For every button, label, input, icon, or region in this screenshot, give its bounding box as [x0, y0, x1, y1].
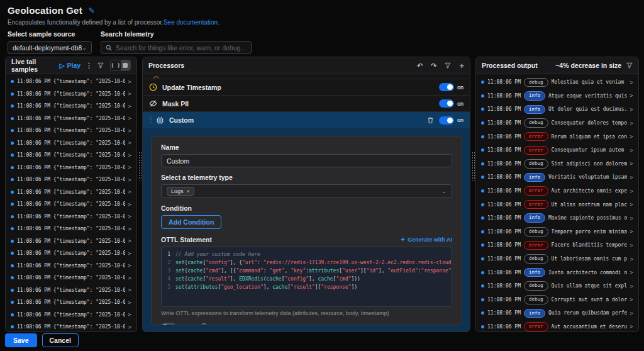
chevron-right-icon: >: [630, 310, 633, 316]
processed-output-row[interactable]: 11:08:06 PM info Iusto architecto commod…: [476, 265, 638, 279]
toggle-switch[interactable]: [439, 83, 454, 91]
toggle-switch[interactable]: [439, 99, 454, 108]
live-tail-row[interactable]: 11:08:06 PM {"timestamp": "2025-10-03… >: [6, 211, 136, 223]
processed-output-row[interactable]: 11:08:06 PM error Rerum aliquam et ipsa …: [476, 130, 638, 143]
chevron-right-icon: >: [128, 201, 131, 208]
processed-output-row[interactable]: 11:08:06 PM debug Sint adipisci non dolo…: [476, 157, 638, 171]
chevron-right-icon: >: [128, 311, 131, 318]
processed-output-row[interactable]: 11:08:06 PM info Ut dolor quia est ducim…: [476, 103, 638, 116]
live-tail-row[interactable]: 11:08:06 PM {"timestamp": "2025-10-03… >: [6, 198, 136, 211]
live-tail-row[interactable]: 11:08:06 PM {"timestamp": "2025-10-03… >: [6, 162, 136, 174]
severity-dot: [11, 240, 14, 243]
processed-output-row[interactable]: 11:08:06 PM info Quia rerum quibusdam pe…: [476, 306, 638, 320]
processed-output-row[interactable]: 11:08:06 PM info Veritatis voluptatum ip…: [476, 170, 638, 184]
chevron-right-icon: >: [630, 79, 633, 86]
severity-badge: debug: [524, 281, 548, 291]
live-tail-row[interactable]: 11:08:06 PM {"timestamp": "2025-10-03… >: [6, 223, 136, 235]
processed-output-row[interactable]: 11:08:06 PM debug Ut laboriosam omnis cu…: [476, 252, 638, 266]
processed-output-row[interactable]: 11:08:06 PM error Consequuntur ipsum aut…: [476, 143, 638, 157]
chevron-right-icon: >: [128, 128, 131, 134]
chevron-right-icon: >: [630, 92, 633, 99]
add-processor-icon[interactable]: +: [459, 62, 464, 70]
kebab-menu-icon[interactable]: ⋮: [86, 62, 92, 69]
processor-row-update-timestamp[interactable]: Update Timestamp on: [143, 79, 470, 96]
final-toggle[interactable]: [161, 323, 176, 325]
live-tail-panel: Live tail samples ▷ Play ⋮ ( ) 11:08:06 …: [5, 57, 137, 332]
table-view-toggle[interactable]: [121, 60, 130, 70]
sparkle-icon: ✦: [401, 237, 406, 243]
live-tail-row[interactable]: 11:08:06 PM {"timestamp": "2025-10-03… >: [6, 88, 136, 101]
pipeline-editor: Geolocation Get ✎ Encapsulates functiona…: [0, 0, 644, 351]
live-tail-row[interactable]: 11:08:06 PM {"timestamp": "2025-10-03… >: [6, 149, 136, 162]
ottl-code-editor[interactable]: 1// Add your custom code here2set(cache[…: [161, 247, 452, 307]
processor-row-custom[interactable]: Custom on: [143, 112, 470, 128]
edit-title-icon[interactable]: ✎: [89, 6, 95, 15]
chevron-right-icon: >: [128, 164, 131, 170]
chevron-down-icon: ⌄: [82, 45, 87, 51]
subtitle-text: Encapsulates functionality defined by a …: [8, 19, 164, 26]
severity-badge: info: [524, 309, 545, 318]
sample-source-select[interactable]: default-deployment-db8 ⌄: [8, 41, 92, 54]
live-tail-row[interactable]: 11:08:06 PM {"timestamp": "2025-10-03… >: [6, 113, 136, 125]
live-tail-row[interactable]: 11:08:06 PM {"timestamp": "2025-10-03… >: [6, 296, 136, 309]
processed-output-row[interactable]: 11:08:06 PM info Atque eaque veritatis q…: [476, 89, 638, 103]
live-tail-row[interactable]: 11:08:06 PM {"timestamp": "2025-10-03… >: [6, 309, 136, 321]
delete-processor-icon[interactable]: [427, 116, 434, 124]
panel-resize-handle-left[interactable]: [138, 152, 142, 181]
severity-dot: [481, 176, 484, 179]
play-button[interactable]: ▷ Play: [59, 62, 80, 69]
processed-output-row[interactable]: 11:08:06 PM debug Molestiae quia et veni…: [476, 75, 638, 89]
chevron-right-icon: >: [630, 256, 633, 262]
chip-remove-icon[interactable]: ×: [187, 188, 190, 194]
code-view-toggle[interactable]: ( ): [111, 60, 120, 70]
see-documentation-link[interactable]: See documentation.: [164, 19, 219, 26]
drag-handle[interactable]: [149, 116, 152, 124]
processor-row-mask-pii[interactable]: Mask PII on: [143, 96, 470, 112]
processed-output-row[interactable]: 11:08:06 PM debug Consequatur dolores te…: [476, 116, 638, 130]
severity-dot: [11, 203, 14, 206]
live-tail-row[interactable]: 11:08:06 PM {"timestamp": "2025-10-03… >: [6, 284, 136, 297]
toggle-label: on: [457, 117, 464, 123]
processed-output-row[interactable]: 11:08:06 PM debug Tempore porro enim min…: [476, 225, 638, 239]
redo-icon[interactable]: ↷: [431, 62, 436, 69]
severity-dot: [481, 257, 484, 260]
cancel-button[interactable]: Cancel: [42, 333, 79, 347]
processed-output-row[interactable]: 11:08:06 PM debug Quis ullam atque sit e…: [476, 279, 638, 293]
processed-output-row[interactable]: 11:08:06 PM error Aut architecto omnis e…: [476, 184, 638, 198]
toggle-switch[interactable]: [439, 116, 454, 125]
live-tail-row[interactable]: 11:08:06 PM {"timestamp": "2025-10-03… >: [6, 137, 136, 150]
name-input[interactable]: [161, 154, 452, 167]
processed-output-row[interactable]: 11:08:06 PM error Aut accusantium et des…: [476, 320, 638, 332]
telemetry-type-select[interactable]: Logs × ⌄: [161, 184, 452, 198]
generate-with-ai-button[interactable]: ✦Generate with AI: [401, 237, 452, 243]
severity-badge: info: [524, 213, 545, 223]
chevron-right-icon: >: [128, 103, 131, 109]
undo-icon[interactable]: ↶: [417, 62, 423, 69]
panel-resize-handle-right[interactable]: [472, 152, 475, 181]
processed-output-row[interactable]: 11:08:06 PM error Ut alias nostrum nam p…: [476, 198, 638, 211]
save-button[interactable]: Save: [5, 333, 37, 347]
live-tail-row[interactable]: 11:08:06 PM {"timestamp": "2025-10-03… >: [6, 260, 136, 272]
processor-row-partial[interactable]: [143, 74, 470, 79]
processed-output-row[interactable]: 11:08:06 PM info Maxime sapiente possimu…: [476, 211, 638, 225]
add-condition-button[interactable]: Add Condition: [161, 215, 221, 229]
live-tail-row[interactable]: 11:08:06 PM {"timestamp": "2025-10-03… >: [6, 125, 136, 137]
processed-output-row[interactable]: 11:08:06 PM debug Corrupti aut sunt a do…: [476, 293, 638, 307]
search-input[interactable]: [116, 44, 247, 52]
live-tail-header: Live tail samples ▷ Play ⋮ ( ): [6, 57, 136, 74]
filter-icon[interactable]: [97, 62, 104, 69]
live-tail-row[interactable]: 11:08:06 PM {"timestamp": "2025-10-03… >: [6, 321, 136, 332]
live-tail-row[interactable]: 11:08:06 PM {"timestamp": "2025-10-03… >: [6, 272, 136, 284]
severity-dot: [11, 80, 14, 83]
live-tail-row[interactable]: 11:08:06 PM {"timestamp": "2025-10-03… >: [6, 235, 136, 248]
processed-output-row[interactable]: 11:08:06 PM error Facere blanditiis temp…: [476, 238, 638, 252]
live-tail-row[interactable]: 11:08:06 PM {"timestamp": "2025-10-03… >: [6, 247, 136, 260]
filter-icon[interactable]: [626, 62, 633, 69]
live-tail-row[interactable]: 11:08:06 PM {"timestamp": "2025-10-03… >: [6, 75, 136, 88]
live-tail-title: Live tail samples: [11, 58, 54, 73]
live-tail-row[interactable]: 11:08:06 PM {"timestamp": "2025-10-03… >: [6, 186, 136, 199]
live-tail-row[interactable]: 11:08:06 PM {"timestamp": "2025-10-03… >: [6, 174, 136, 186]
severity-dot: [11, 301, 14, 304]
live-tail-row[interactable]: 11:08:06 PM {"timestamp": "2025-10-03… >: [6, 100, 136, 113]
filter-icon[interactable]: [445, 62, 451, 69]
